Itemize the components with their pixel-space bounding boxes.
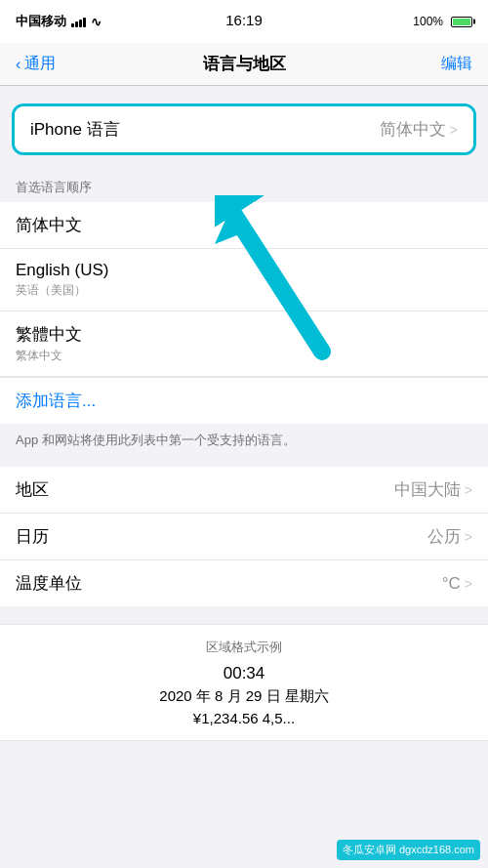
- lang-main-2: 繁體中文: [16, 323, 82, 346]
- format-time: 00:34: [16, 664, 472, 683]
- wifi-icon: ∿: [91, 15, 102, 29]
- list-item[interactable]: 繁體中文 繁体中文: [0, 311, 488, 377]
- temperature-label: 温度单位: [16, 572, 82, 595]
- watermark: 冬瓜安卓网 dgxcdz168.com: [337, 840, 480, 860]
- temperature-value-group: °C >: [442, 574, 472, 594]
- lang-sub-1: 英语（美国）: [16, 282, 108, 299]
- page-title: 语言与地区: [203, 53, 286, 75]
- chevron-right-icon: >: [465, 529, 472, 545]
- list-item[interactable]: English (US) 英语（美国）: [0, 249, 488, 311]
- status-right: 100%: [413, 15, 472, 28]
- calendar-label: 日历: [16, 525, 49, 548]
- temperature-row[interactable]: 温度单位 °C >: [0, 560, 488, 606]
- region-section: 地区 中国大陆 > 日历 公历 > 温度单位 °C >: [0, 467, 488, 606]
- battery-percent: 100%: [413, 15, 443, 28]
- calendar-value: 公历: [427, 525, 461, 548]
- signal-bars-icon: [71, 16, 86, 27]
- list-item[interactable]: 简体中文: [0, 202, 488, 249]
- lang-sub-2: 繁体中文: [16, 348, 82, 364]
- calendar-row[interactable]: 日历 公历 >: [0, 514, 488, 560]
- lang-main-0: 简体中文: [16, 214, 82, 236]
- status-time: 16:19: [225, 12, 263, 28]
- preferred-languages-list: 简体中文 English (US) 英语（美国） 繁體中文 繁体中文 添加语言.…: [0, 202, 488, 424]
- iphone-language-value-group: 简体中文 >: [380, 118, 458, 141]
- chevron-right-icon: >: [450, 122, 458, 138]
- lang-main-1: English (US): [16, 261, 108, 280]
- format-date: 2020 年 8 月 29 日 星期六: [16, 687, 472, 706]
- navigation-bar: ‹ 通用 语言与地区 编辑: [0, 43, 488, 86]
- lang-item-content: English (US) 英语（美国）: [16, 261, 108, 299]
- chevron-right-icon: >: [465, 576, 472, 592]
- temperature-value: °C: [442, 574, 461, 594]
- region-value: 中国大陆: [394, 478, 461, 501]
- add-language-link[interactable]: 添加语言...: [16, 392, 96, 410]
- main-content: iPhone 语言 简体中文 > 首选语言顺序 简体中文 English (US…: [0, 86, 488, 741]
- edit-button[interactable]: 编辑: [441, 54, 472, 74]
- chevron-right-icon: >: [465, 482, 472, 498]
- format-title: 区域格式示例: [16, 639, 472, 656]
- preferred-section-header: 首选语言顺序: [0, 173, 488, 202]
- format-section: 区域格式示例 00:34 2020 年 8 月 29 日 星期六 ¥1,234.…: [0, 624, 488, 741]
- add-language-row[interactable]: 添加语言...: [0, 377, 488, 424]
- iphone-language-row[interactable]: iPhone 语言 简体中文 >: [15, 106, 473, 152]
- iphone-language-value: 简体中文: [380, 118, 446, 141]
- region-label: 地区: [16, 478, 49, 501]
- lang-item-content: 繁體中文 繁体中文: [16, 323, 82, 364]
- calendar-value-group: 公历 >: [427, 525, 472, 548]
- format-numbers: ¥1,234.56 4,5...: [16, 710, 472, 726]
- iphone-language-section: iPhone 语言 简体中文 >: [12, 103, 476, 155]
- lang-item-content: 简体中文: [16, 214, 82, 236]
- status-bar: 中国移动 ∿ 16:19 100%: [0, 0, 488, 43]
- carrier-label: 中国移动: [16, 13, 66, 30]
- back-label: 通用: [24, 54, 56, 74]
- status-left: 中国移动 ∿: [16, 13, 102, 30]
- preferred-info-text: App 和网站将使用此列表中第一个受支持的语言。: [0, 424, 488, 467]
- region-value-group: 中国大陆 >: [394, 478, 472, 501]
- chevron-left-icon: ‹: [16, 56, 20, 73]
- region-row[interactable]: 地区 中国大陆 >: [0, 467, 488, 514]
- battery-icon: [451, 17, 472, 27]
- back-button[interactable]: ‹ 通用: [16, 54, 56, 74]
- iphone-language-label: iPhone 语言: [30, 118, 120, 141]
